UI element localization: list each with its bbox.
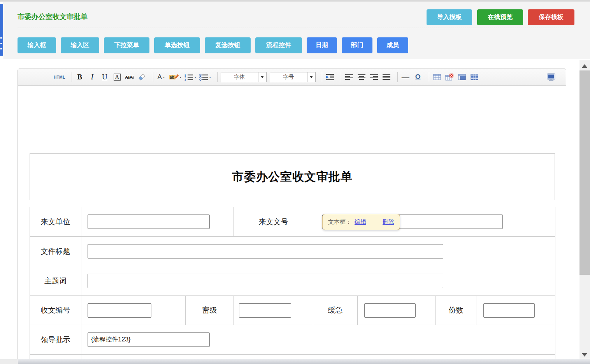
align-right-icon [370, 74, 378, 80]
add-input-box-button[interactable]: 输入框 [18, 37, 56, 53]
import-template-button[interactable]: 导入模板 [427, 9, 472, 25]
source-code-button[interactable]: HTML [54, 72, 65, 83]
add-radio-button[interactable]: 单选按钮 [154, 37, 200, 53]
background-window-edge [0, 4, 3, 56]
table-grid-icon [471, 74, 478, 81]
scroll-down-arrow[interactable] [582, 353, 587, 357]
leader-instructions-input[interactable] [88, 332, 210, 347]
toolbar-separator [341, 72, 341, 82]
svg-text:ab: ab [170, 75, 174, 79]
align-left-button[interactable] [344, 72, 354, 83]
toolbar-separator [217, 72, 218, 82]
delete-table-icon [445, 74, 454, 81]
table-row: 文件标题 [30, 237, 555, 266]
font-size-select[interactable]: 字号 [270, 72, 316, 82]
toolbar-separator [153, 72, 153, 82]
underline-button[interactable]: U [100, 72, 109, 83]
tooltip-label: 文本框： [328, 218, 351, 226]
special-char-button[interactable]: Ω [413, 72, 423, 83]
delete-control-link[interactable]: 删除 [383, 218, 394, 226]
table-row: 来文单位 来文文号 [30, 207, 555, 237]
field-label-file-title: 文件标题 [30, 237, 81, 266]
file-title-input[interactable] [88, 244, 443, 258]
add-flow-control-button[interactable]: 流程控件 [255, 37, 302, 53]
ordered-list-button[interactable]: 1 2 3 ▾ [184, 72, 196, 83]
toolbar-separator [397, 72, 398, 82]
field-label-urgency: 缓急 [313, 296, 358, 325]
indent-button[interactable] [325, 72, 335, 83]
align-center-icon [357, 74, 366, 80]
secrecy-input[interactable] [239, 303, 291, 318]
add-checkbox-button[interactable]: 复选按钮 [205, 37, 251, 53]
control-tooltip: 文本框： 编辑 删除 [322, 214, 400, 230]
align-center-button[interactable] [357, 72, 366, 83]
add-member-button[interactable]: 成员 [377, 37, 408, 53]
add-textarea-button[interactable]: 输入区 [61, 37, 99, 53]
keywords-input[interactable] [88, 274, 443, 288]
chevron-down-icon [307, 72, 315, 82]
highlight-icon: ab [169, 73, 179, 81]
save-template-button[interactable]: 保存模板 [528, 9, 574, 25]
toolbar-separator [429, 72, 429, 82]
font-color-button[interactable]: A▾ [156, 72, 166, 83]
window-bottom-bar [0, 359, 590, 364]
header-panel: 市委办公室收文审批单 导入模板 在线预览 保存模板 输入框 输入区 下拉菜单 单… [3, 2, 590, 59]
rich-text-editor: HTML B I U A ABC A▾ ab ▾ 1 [18, 69, 566, 364]
add-dropdown-button[interactable]: 下拉菜单 [104, 37, 149, 53]
insert-table-button[interactable] [432, 72, 442, 83]
urgency-input[interactable] [364, 303, 416, 318]
source-unit-input[interactable] [88, 215, 210, 229]
unordered-list-icon [199, 74, 208, 81]
delete-table-button[interactable] [445, 72, 454, 83]
ordered-list-icon: 1 2 3 [184, 74, 193, 81]
edit-control-link[interactable]: 编辑 [355, 218, 366, 226]
unordered-list-button[interactable]: ▾ [199, 72, 211, 83]
page-left-divider [3, 56, 3, 359]
header-divider [18, 28, 575, 28]
copies-input[interactable] [483, 303, 535, 318]
receipt-number-input[interactable] [88, 303, 151, 318]
add-department-button[interactable]: 部门 [342, 37, 372, 53]
scroll-up-arrow[interactable] [582, 64, 587, 68]
field-label-receipt-number: 收文编号 [30, 296, 81, 325]
editor-toolbar: HTML B I U A ABC A▾ ab ▾ 1 [18, 69, 566, 86]
editor-content[interactable]: 市委办公室收文审批单 来文单位 来文文号 文件标题 主题词 收文 [18, 86, 566, 364]
justify-button[interactable] [382, 72, 391, 83]
toolbar-separator [322, 72, 322, 82]
control-buttons-row: 输入框 输入区 下拉菜单 单选按钮 复选按钮 流程控件 日期 部门 成员 [18, 37, 413, 53]
char-border-button[interactable]: A [112, 72, 122, 83]
field-label-secrecy: 密级 [186, 296, 234, 325]
table-row: 主题词 [30, 266, 555, 296]
chevron-down-icon: ▾ [163, 76, 165, 79]
strikethrough-button[interactable]: ABC [125, 72, 134, 83]
remove-format-button[interactable] [137, 72, 147, 83]
table-row: 收文编号 密级 缓急 份数 [30, 296, 555, 325]
field-label-copies: 份数 [436, 296, 476, 325]
horizontal-rule-button[interactable]: — [401, 72, 410, 83]
vertical-scrollbar[interactable] [579, 60, 590, 360]
field-label-doc-number: 来文文号 [234, 207, 313, 237]
approval-form-table: 来文单位 来文文号 文件标题 主题词 收文编号 密级 缓急 份数 [30, 207, 555, 364]
chevron-down-icon: ▾ [195, 76, 196, 79]
chevron-down-icon: ▾ [180, 76, 181, 79]
bold-button[interactable]: B [75, 72, 84, 83]
add-date-button[interactable]: 日期 [307, 37, 337, 53]
table-grid-button[interactable] [470, 72, 479, 83]
table-cell-icon [458, 74, 466, 81]
align-right-button[interactable] [369, 72, 379, 83]
fullscreen-button[interactable] [546, 72, 556, 83]
document-title: 市委办公室收文审批单 [232, 169, 353, 185]
document-title-box: 市委办公室收文审批单 [30, 153, 555, 200]
scrollbar-thumb[interactable] [579, 70, 590, 275]
font-family-select[interactable]: 字体 [221, 72, 267, 82]
italic-button[interactable]: I [88, 72, 97, 83]
highlight-color-button[interactable]: ab ▾ [169, 72, 181, 83]
justify-icon [382, 74, 391, 80]
field-label-leader-instructions: 领导批示 [30, 325, 81, 355]
eraser-icon [137, 73, 146, 82]
table-cell-properties-button[interactable] [457, 72, 467, 83]
table-icon [433, 74, 441, 81]
chevron-down-icon [258, 72, 266, 82]
field-label-source-unit: 来文单位 [30, 207, 81, 237]
online-preview-button[interactable]: 在线预览 [477, 9, 523, 25]
